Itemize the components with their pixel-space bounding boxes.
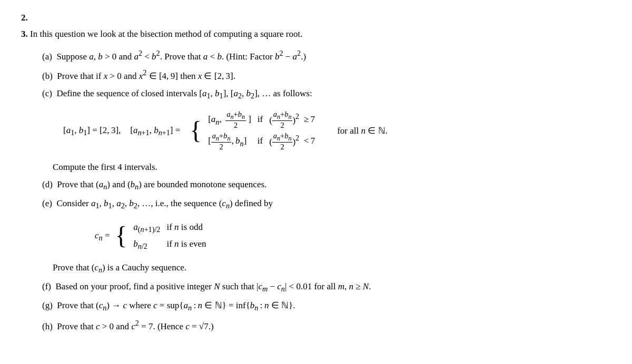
part-d: (d) Prove that (an) and (bn) are bounded… (42, 177, 611, 193)
part-h-label: (h) (42, 321, 53, 331)
part-g-text: Prove that (cn) → c where c = sup{an : n… (55, 300, 295, 310)
part-f: (f) Based on your proof, find a positive… (42, 279, 611, 295)
case-2-interval: [ an+bn 2 , bn] (205, 131, 254, 153)
cn-case-1-val: a(n+1)/2 (130, 219, 163, 236)
part-e: (e) Consider a1, b1, a2, b2, …, i.e., th… (42, 196, 611, 212)
part-c: (c) Define the sequence of closed interv… (42, 86, 611, 102)
cauchy-prove: Prove that (cn) is a Cauchy sequence. (53, 260, 611, 276)
part-e-text: Consider a1, b1, a2, b2, …, i.e., the se… (54, 198, 273, 208)
case-2-condition-text: if ( an+bn 2 )2 < 7 (254, 131, 318, 153)
compute-instruction: Compute the first 4 intervals. (53, 160, 611, 174)
cn-case-1-row: a(n+1)/2 if n is odd (130, 219, 209, 236)
part-a-text: Suppose a, b > 0 and a2 < b2. Prove that… (54, 52, 306, 62)
c-recurrence-label: [an+1, bn+1] = (130, 123, 180, 139)
for-all-label: for all n ∈ ℕ. (337, 124, 388, 138)
case-1-cond-frac: an+bn 2 (272, 110, 293, 130)
cn-label: cn = (95, 228, 110, 244)
problem-number: 3. (21, 29, 28, 39)
part-b-text: Prove that if x > 0 and x2 ∈ [4, 9] then… (55, 71, 235, 81)
problem-header: 3. In this question we look at the bisec… (21, 27, 611, 41)
part-g: (g) Prove that (cn) → c where c = sup{an… (42, 298, 611, 314)
case-1-row: [an, an+bn 2 ] if ( an+bn 2 (205, 109, 318, 131)
c-initial-interval: [a1, b1] = [2, 3], (63, 123, 121, 139)
part-a: (a) Suppose a, b > 0 and a2 < b2. Prove … (42, 47, 611, 64)
part-a-label: (a) (42, 52, 52, 62)
part-f-label: (f) (42, 281, 51, 291)
cn-formula: cn = { a(n+1)/2 if n is odd bn/2 (95, 219, 611, 253)
cn-case-1-cond: if n is odd (163, 219, 209, 236)
cases-table: [an, an+bn 2 ] if ( an+bn 2 (205, 109, 318, 152)
part-c-formula: [a1, b1] = [2, 3], [an+1, bn+1] = { [an,… (63, 109, 611, 152)
problem-intro: In this question we look at the bisectio… (30, 29, 302, 39)
left-brace: { (190, 118, 202, 144)
cn-case-2-val: bn/2 (130, 236, 163, 253)
c-cases: { [an, an+bn 2 ] if (190, 109, 318, 152)
part-c-label: (c) (42, 88, 52, 98)
problem-section: 3. In this question we look at the bisec… (21, 27, 611, 333)
part-b: (b) Prove that if x > 0 and x2 ∈ [4, 9] … (42, 67, 611, 83)
top-number: 2. (21, 11, 611, 25)
cn-cases-table: a(n+1)/2 if n is odd bn/2 if n is even (130, 219, 209, 253)
case-1-frac: an+bn 2 (225, 110, 246, 130)
part-g-label: (g) (42, 300, 53, 310)
part-c-text: Define the sequence of closed intervals … (54, 88, 312, 98)
part-h-text: Prove that c > 0 and c2 = 7. (Hence c = … (55, 321, 214, 331)
part-h: (h) Prove that c > 0 and c2 = 7. (Hence … (42, 317, 611, 333)
part-d-label: (d) (42, 179, 53, 189)
cn-cases: { a(n+1)/2 if n is odd bn/2 (115, 219, 209, 253)
part-f-text: Based on your proof, find a positive int… (53, 281, 371, 291)
case-2-cond-frac: an+bn 2 (272, 132, 293, 152)
part-b-label: (b) (42, 71, 53, 81)
case-1-interval: [an, an+bn 2 ] (205, 109, 254, 131)
case-2-frac: an+bn 2 (211, 132, 232, 152)
case-1-condition-text: if ( an+bn 2 )2 ≥ 7 (254, 109, 318, 131)
part-e-label: (e) (42, 198, 52, 208)
case-2-row: [ an+bn 2 , bn] if ( an+bn 2 )2 < 7 (205, 131, 318, 153)
cn-case-2-cond: if n is even (163, 236, 209, 253)
cn-case-2-row: bn/2 if n is even (130, 236, 209, 253)
cn-left-brace: { (115, 224, 127, 249)
part-d-text: Prove that (an) and (bn) are bounded mon… (55, 179, 266, 189)
